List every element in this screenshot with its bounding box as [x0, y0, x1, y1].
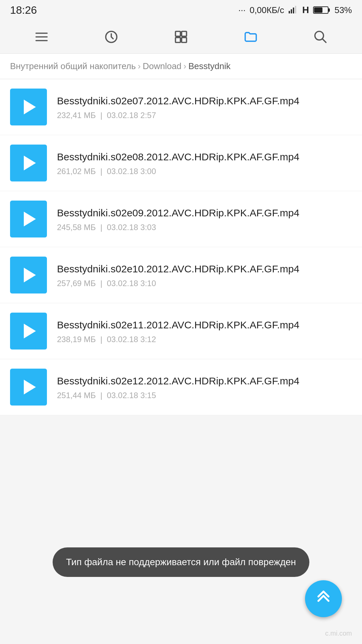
file-item[interactable]: Besstydniki.s02e07.2012.AVC.HDRip.KPK.AF…	[0, 79, 362, 135]
watermark: c.mi.com	[325, 630, 352, 637]
file-info: Besstydniki.s02e10.2012.AVC.HDRip.KPK.AF…	[47, 262, 352, 288]
battery-icon	[313, 5, 330, 15]
play-icon	[24, 212, 36, 226]
play-icon	[24, 100, 36, 114]
svg-rect-1	[291, 9, 292, 14]
status-network: 0,00КБ/с	[250, 5, 284, 15]
file-info: Besstydniki.s02e12.2012.AVC.HDRip.KPK.AF…	[47, 374, 352, 400]
file-meta: 238,19 МБ | 03.02.18 3:12	[57, 335, 352, 344]
svg-rect-5	[328, 8, 330, 12]
svg-rect-2	[293, 8, 294, 14]
file-name: Besstydniki.s02e07.2012.AVC.HDRip.KPK.AF…	[57, 94, 352, 108]
file-item[interactable]: Besstydniki.s02e11.2012.AVC.HDRip.KPK.AF…	[0, 303, 362, 359]
file-name: Besstydniki.s02e09.2012.AVC.HDRip.KPK.AF…	[57, 206, 352, 220]
svg-rect-13	[176, 37, 181, 42]
file-thumb	[10, 145, 47, 181]
file-name: Besstydniki.s02e10.2012.AVC.HDRip.KPK.AF…	[57, 262, 352, 276]
file-thumb	[10, 89, 47, 125]
file-meta: 245,58 МБ | 03.02.18 3:03	[57, 223, 352, 232]
svg-rect-14	[182, 37, 187, 42]
grid-icon[interactable]	[171, 27, 191, 47]
svg-line-16	[322, 39, 326, 42]
status-time: 18:26	[10, 4, 37, 16]
file-info: Besstydniki.s02e08.2012.AVC.HDRip.KPK.AF…	[47, 150, 352, 176]
status-battery: 53%	[335, 5, 352, 15]
status-dots: ···	[238, 5, 246, 15]
file-info: Besstydniki.s02e11.2012.AVC.HDRip.KPK.AF…	[47, 318, 352, 344]
fab-icon	[315, 590, 332, 607]
file-name: Besstydniki.s02e12.2012.AVC.HDRip.KPK.AF…	[57, 374, 352, 388]
play-icon	[24, 324, 36, 338]
toast-message: Тип файла не поддерживается или файл пов…	[53, 547, 309, 577]
file-thumb	[10, 313, 47, 350]
fab-button[interactable]	[305, 580, 342, 617]
file-info: Besstydniki.s02e07.2012.AVC.HDRip.KPK.AF…	[47, 94, 352, 120]
file-thumb	[10, 257, 47, 293]
file-meta: 232,41 МБ | 03.02.18 2:57	[57, 111, 352, 120]
file-item[interactable]: Besstydniki.s02e10.2012.AVC.HDRip.KPK.AF…	[0, 247, 362, 303]
svg-rect-6	[314, 7, 322, 13]
search-icon[interactable]	[310, 27, 330, 47]
history-icon[interactable]	[101, 27, 121, 47]
breadcrumb-sep-1: ›	[138, 61, 141, 71]
status-bar: 18:26 ··· 0,00КБ/с H 53%	[0, 0, 362, 20]
file-meta: 261,02 МБ | 03.02.18 3:00	[57, 167, 352, 176]
play-icon	[24, 380, 36, 394]
svg-rect-3	[295, 6, 296, 14]
svg-rect-11	[176, 31, 181, 36]
play-icon	[24, 156, 36, 170]
file-list: Besstydniki.s02e07.2012.AVC.HDRip.KPK.AF…	[0, 79, 362, 415]
file-info: Besstydniki.s02e09.2012.AVC.HDRip.KPK.AF…	[47, 206, 352, 232]
file-meta: 257,69 МБ | 03.02.18 3:10	[57, 279, 352, 288]
svg-rect-0	[289, 11, 290, 14]
svg-rect-12	[182, 31, 187, 36]
file-thumb	[10, 369, 47, 406]
signal-icon	[288, 5, 298, 15]
file-meta: 251,44 МБ | 03.02.18 3:15	[57, 391, 352, 400]
folder-icon[interactable]	[241, 27, 261, 47]
file-name: Besstydniki.s02e11.2012.AVC.HDRip.KPK.AF…	[57, 318, 352, 332]
nav-bar	[0, 20, 362, 54]
status-h: H	[302, 5, 309, 15]
file-item[interactable]: Besstydniki.s02e08.2012.AVC.HDRip.KPK.AF…	[0, 135, 362, 191]
breadcrumb: Внутренний общий накопитель › Download ›…	[0, 54, 362, 79]
file-item[interactable]: Besstydniki.s02e12.2012.AVC.HDRip.KPK.AF…	[0, 359, 362, 415]
file-item[interactable]: Besstydniki.s02e09.2012.AVC.HDRip.KPK.AF…	[0, 191, 362, 247]
menu-icon[interactable]	[32, 27, 52, 47]
breadcrumb-part-3[interactable]: Besstydnik	[188, 61, 231, 71]
status-right: ··· 0,00КБ/с H 53%	[238, 5, 352, 15]
play-icon	[24, 268, 36, 282]
file-thumb	[10, 201, 47, 237]
breadcrumb-part-1[interactable]: Внутренний общий накопитель	[10, 61, 136, 71]
breadcrumb-part-2[interactable]: Download	[143, 61, 182, 71]
breadcrumb-sep-2: ›	[183, 61, 186, 71]
file-name: Besstydniki.s02e08.2012.AVC.HDRip.KPK.AF…	[57, 150, 352, 164]
